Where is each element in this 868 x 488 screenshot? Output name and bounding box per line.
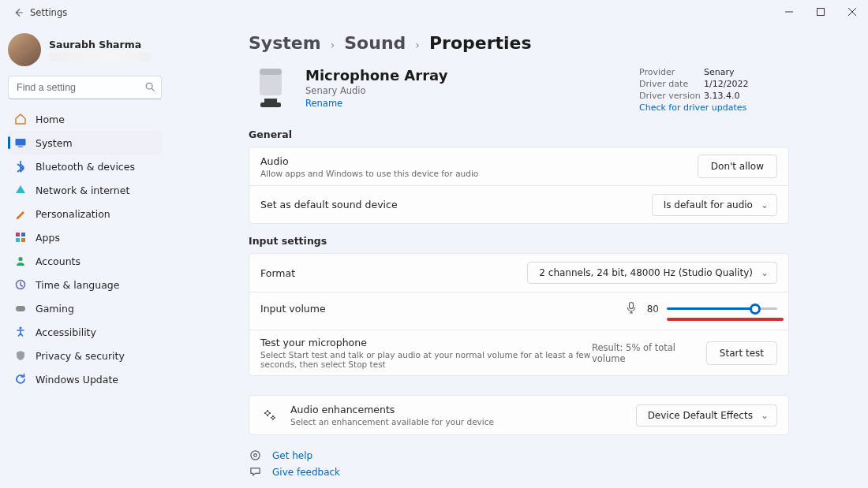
feedback-row[interactable]: Give feedback	[249, 466, 789, 478]
nav-label: Windows Update	[36, 374, 118, 386]
nav-privacy[interactable]: Privacy & security	[8, 344, 162, 367]
enh-title: Audio enhancements	[290, 404, 494, 415]
row-format: Format 2 channels, 24 bit, 48000 Hz (Stu…	[249, 254, 788, 292]
device-image	[249, 67, 293, 111]
give-feedback-link[interactable]: Give feedback	[272, 467, 340, 478]
sidebar: Saurabh Sharma Home System Bluetooth & d…	[0, 25, 170, 488]
help-icon	[249, 449, 261, 461]
nav-personalization[interactable]: Personalization	[8, 202, 162, 225]
volume-slider[interactable]	[667, 302, 777, 316]
microphone-small-icon	[626, 301, 637, 316]
svg-point-11	[19, 326, 21, 329]
gaming-icon	[14, 302, 27, 315]
accessibility-icon	[14, 326, 27, 338]
svg-rect-5	[21, 233, 25, 237]
search-input[interactable]	[8, 76, 162, 99]
profile-block[interactable]: Saurabh Sharma	[8, 30, 162, 74]
search-icon	[144, 81, 155, 95]
nav-system[interactable]: System	[8, 131, 162, 155]
bluetooth-icon	[14, 160, 27, 173]
row-audio-title: Audio	[260, 155, 478, 167]
minimize-icon	[785, 8, 793, 16]
svg-rect-15	[260, 102, 281, 107]
start-test-button[interactable]: Start test	[706, 341, 777, 365]
svg-point-8	[18, 257, 22, 261]
breadcrumb-sound[interactable]: Sound	[344, 33, 406, 53]
driver-version-value: 3.13.4.0	[704, 91, 739, 101]
nav-gaming[interactable]: Gaming	[8, 296, 162, 320]
network-icon	[14, 184, 27, 196]
nav-list: Home System Bluetooth & devices Network …	[8, 107, 162, 391]
home-icon	[14, 113, 27, 125]
microphone-icon	[253, 67, 289, 111]
time-icon	[14, 278, 27, 291]
nav-network[interactable]: Network & internet	[8, 178, 162, 202]
svg-rect-16	[630, 303, 634, 309]
slider-thumb[interactable]	[750, 304, 761, 315]
minimize-button[interactable]	[773, 0, 805, 24]
nav-label: Time & language	[36, 279, 119, 291]
nav-time[interactable]: Time & language	[8, 273, 162, 296]
svg-rect-13	[260, 69, 282, 75]
section-general: General	[249, 129, 789, 140]
svg-rect-3	[18, 147, 23, 147]
personalization-icon	[14, 207, 27, 220]
nav-label: Accessibility	[36, 326, 96, 338]
row-default-title: Set as default sound device	[260, 199, 398, 210]
rename-link[interactable]: Rename	[305, 98, 627, 109]
nav-accounts[interactable]: Accounts	[8, 249, 162, 273]
row-volume-title: Input volume	[260, 303, 326, 315]
general-card: Audio Allow apps and Windows to use this…	[249, 147, 789, 224]
enhancements-value: Device Default Effects	[648, 410, 753, 421]
nav-apps[interactable]: Apps	[8, 225, 162, 249]
nav-accessibility[interactable]: Accessibility	[8, 320, 162, 344]
get-help-row[interactable]: Get help	[249, 449, 789, 461]
check-driver-updates-link[interactable]: Check for driver updates	[639, 102, 789, 113]
back-button[interactable]	[11, 7, 25, 18]
row-default-device: Set as default sound device Is default f…	[249, 185, 788, 223]
nav-update[interactable]: Windows Update	[8, 367, 162, 391]
nav-bluetooth[interactable]: Bluetooth & devices	[8, 155, 162, 178]
chevron-right-icon: ›	[331, 39, 335, 51]
feedback-icon	[249, 466, 261, 478]
get-help-link[interactable]: Get help	[272, 450, 312, 461]
driver-info: ProviderSenary Driver date1/12/2022 Driv…	[639, 67, 789, 113]
nav-label: Network & internet	[36, 184, 129, 196]
device-header: Microphone Array Senary Audio Rename Pro…	[249, 67, 789, 113]
nav-home[interactable]: Home	[8, 107, 162, 131]
annotation-underline	[667, 318, 784, 321]
volume-value: 80	[645, 304, 659, 315]
breadcrumb-system[interactable]: System	[249, 33, 321, 53]
svg-rect-7	[21, 238, 25, 242]
svg-point-1	[146, 83, 152, 89]
row-test-title: Test your microphone	[260, 337, 592, 348]
section-input: Input settings	[249, 235, 789, 247]
close-icon	[848, 8, 856, 16]
maximize-button[interactable]	[805, 0, 836, 24]
default-device-dropdown[interactable]: Is default for audio ⌄	[652, 194, 777, 216]
enhancements-dropdown[interactable]: Device Default Effects ⌄	[636, 404, 777, 427]
row-audio-desc: Allow apps and Windows to use this devic…	[260, 169, 478, 178]
avatar	[8, 33, 41, 66]
content: System › Sound › Properties Microphone A…	[170, 25, 868, 488]
accounts-icon	[14, 255, 27, 267]
driver-provider-value: Senary	[704, 67, 735, 77]
window-title: Settings	[30, 7, 67, 18]
driver-provider-key: Provider	[639, 67, 704, 77]
svg-rect-6	[16, 238, 20, 242]
test-result: Result: 5% of total volume	[592, 342, 697, 364]
nav-label: Gaming	[36, 303, 74, 315]
nav-label: System	[36, 137, 73, 149]
dont-allow-button[interactable]: Don't allow	[698, 155, 777, 178]
nav-label: Accounts	[36, 255, 80, 267]
format-dropdown[interactable]: 2 channels, 24 bit, 48000 Hz (Studio Qua…	[527, 262, 777, 284]
driver-date-key: Driver date	[639, 79, 704, 89]
default-device-value: Is default for audio	[664, 199, 753, 210]
svg-rect-14	[264, 99, 277, 102]
row-test-mic: Test your microphone Select Start test a…	[249, 330, 788, 375]
svg-rect-2	[16, 139, 26, 146]
nav-label: Apps	[36, 232, 60, 244]
nav-label: Home	[36, 114, 65, 125]
close-button[interactable]	[836, 0, 868, 24]
enhancements-card: Audio enhancements Select an enhancement…	[249, 395, 789, 435]
